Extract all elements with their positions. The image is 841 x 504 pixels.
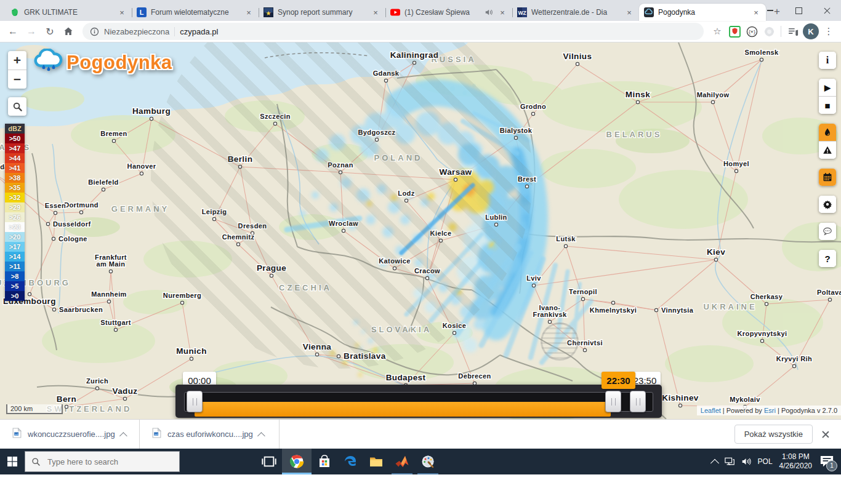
volume-icon[interactable] <box>741 457 751 466</box>
map-tool-buttons: i▶■? <box>819 52 836 267</box>
timeline-slider[interactable] <box>175 385 662 418</box>
archive-calendar-button[interactable] <box>819 169 836 186</box>
taskbar-search[interactable] <box>25 451 180 472</box>
svg-text:Berlin: Berlin <box>228 154 253 164</box>
network-icon[interactable] <box>725 457 734 466</box>
taskbar-matlab-button[interactable] <box>389 449 415 474</box>
download-item[interactable]: wkoncuczzsuerofie....jpg <box>0 420 140 449</box>
synop-favicon: ★ <box>264 7 273 17</box>
timeline-track[interactable] <box>184 392 653 412</box>
svg-text:Bydgoszcz: Bydgoszcz <box>358 129 395 136</box>
action-center-button[interactable]: 1 <box>819 454 835 468</box>
tab-audio-icon[interactable] <box>485 8 493 17</box>
forward-button[interactable]: → <box>23 23 39 39</box>
tab--1-czes-aw-piewa[interactable]: (1) Czesław Śpiewa× <box>385 4 512 21</box>
tab-close-icon[interactable]: × <box>624 7 634 17</box>
svg-text:Budapest: Budapest <box>386 373 426 382</box>
show-all-downloads-button[interactable]: Pokaż wszystkie <box>734 425 813 444</box>
download-menu-chevron-icon[interactable] <box>121 431 128 438</box>
download-filename: czas euforiwkoncu....jpg <box>167 430 253 439</box>
svg-text:Munich: Munich <box>176 346 207 356</box>
taskbar-store-button[interactable] <box>312 449 337 474</box>
tab-wetterzentrale-de-dia[interactable]: WZWetterzentrale.de - Dia× <box>512 4 639 21</box>
taskbar-paint-button[interactable] <box>415 449 441 474</box>
profile-avatar[interactable]: K <box>803 23 819 39</box>
close-downloads-bar-icon[interactable] <box>821 430 830 439</box>
download-menu-chevron-icon[interactable] <box>259 431 266 438</box>
download-item[interactable]: czas euforiwkoncu....jpg <box>140 420 280 449</box>
leaflet-link[interactable]: Leaflet <box>701 407 721 414</box>
tray-chevron-up-icon[interactable] <box>710 459 719 468</box>
svg-text:Vienna: Vienna <box>303 342 332 351</box>
tool-group: ▶■ <box>819 79 836 114</box>
timeline-handle-start[interactable] <box>187 391 203 412</box>
close-button[interactable] <box>813 0 841 21</box>
home-button[interactable] <box>60 23 76 39</box>
page-info-icon[interactable] <box>90 27 99 36</box>
info-button[interactable]: i <box>819 52 836 69</box>
feedback-button[interactable] <box>819 223 836 240</box>
taskbar-search-input[interactable] <box>46 457 153 467</box>
svg-text:Nuremberg: Nuremberg <box>163 292 201 299</box>
tab-synop-report-summary[interactable]: ★Synop report summary× <box>259 4 385 21</box>
svg-text:Kishinev: Kishinev <box>662 393 699 402</box>
restore-button[interactable] <box>784 0 813 21</box>
browser-menu-icon[interactable]: ⋮ <box>821 24 836 39</box>
warnings-button[interactable] <box>819 141 836 159</box>
precipitation-button[interactable] <box>819 124 836 141</box>
tab-forum-wielotematyczne[interactable]: LForum wielotematyczne× <box>132 4 259 21</box>
timeline-handle-end[interactable] <box>630 391 646 412</box>
settings-button[interactable] <box>819 196 836 213</box>
svg-text:Stuttgart: Stuttgart <box>100 319 131 326</box>
legend-header: dBZ <box>5 124 25 134</box>
restore-icon <box>795 7 802 14</box>
taskbar-task-view-button[interactable] <box>256 449 282 474</box>
svg-text:Vaduz: Vaduz <box>112 386 137 396</box>
security-label: Niezabezpieczona <box>104 27 169 36</box>
tab-grk-ultimate[interactable]: GRK ULTIMATE× <box>5 4 132 21</box>
start-button[interactable] <box>0 449 25 474</box>
taskbar-clock[interactable]: 1:08 PM 4/26/2020 <box>779 452 812 471</box>
timeline-handle-current[interactable] <box>605 391 621 412</box>
image-file-icon <box>152 428 161 441</box>
taskbar-edge-button[interactable] <box>337 449 363 474</box>
legend-value: >47 <box>5 143 25 153</box>
svg-text:Debrecen: Debrecen <box>458 372 491 380</box>
downloads-bar: wkoncuczzsuerofie....jpgczas euforiwkonc… <box>0 419 841 449</box>
disabled-extension-icon[interactable] <box>762 24 776 39</box>
taskbar-chrome-button[interactable] <box>282 449 312 474</box>
tab-close-icon[interactable]: × <box>497 7 507 17</box>
pogofav-favicon <box>644 7 654 17</box>
tab-title: Forum wielotematyczne <box>151 8 239 17</box>
esri-link[interactable]: Esri <box>764 407 776 414</box>
shield-extension-icon[interactable] <box>727 24 742 39</box>
zoom-out-button[interactable]: − <box>8 70 26 89</box>
svg-text:Kryvyi Rih: Kryvyi Rih <box>776 355 812 362</box>
help-button[interactable]: ? <box>819 250 836 267</box>
language-indicator[interactable]: POL <box>758 457 773 466</box>
tool-group: i <box>819 52 836 69</box>
tab-pogodynka[interactable]: Pogodynka× <box>639 4 766 21</box>
bookmark-star-icon[interactable]: ☆ <box>710 24 725 39</box>
tab-close-icon[interactable]: × <box>371 7 380 17</box>
tab-close-icon[interactable]: × <box>244 7 254 17</box>
braces-extension-icon[interactable]: {≡} <box>744 24 759 39</box>
zoom-in-button[interactable]: + <box>8 51 26 70</box>
svg-text:Kiev: Kiev <box>707 247 725 257</box>
map-search-button[interactable] <box>8 97 26 116</box>
svg-text:am Main: am Main <box>97 260 126 268</box>
back-button[interactable]: ← <box>5 23 21 39</box>
stop-button[interactable]: ■ <box>819 96 836 114</box>
taskbar-file-explorer-button[interactable] <box>363 449 389 474</box>
map-viewport[interactable]: RUSSIABELARUSGERMANYPOLANDCZECHIASLOVAKI… <box>0 42 841 419</box>
notification-badge: 1 <box>826 460 837 471</box>
minimize-button[interactable] <box>756 0 784 21</box>
svg-text:Essen: Essen <box>45 202 66 209</box>
play-button[interactable]: ▶ <box>819 79 836 96</box>
reload-button[interactable]: ↻ <box>42 23 58 39</box>
media-queue-icon[interactable] <box>786 24 800 39</box>
taskbar-apps <box>256 449 441 474</box>
omnibox[interactable]: Niezabezpieczona czypada.pl <box>82 23 704 40</box>
legend-value: >11 <box>5 262 25 271</box>
tab-close-icon[interactable]: × <box>117 7 127 17</box>
